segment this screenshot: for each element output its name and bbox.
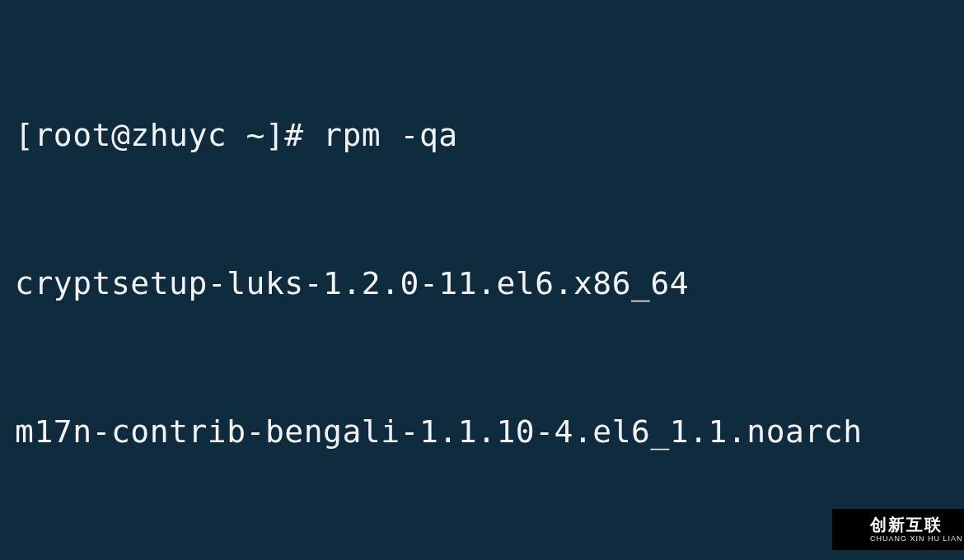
output-line: m17n-contrib-bengali-1.1.10-4.el6_1.1.no… [15,407,949,456]
watermark-title: 创新互联 [870,516,963,533]
output-line: yum-utils-1.1.30-41.el6.noarch [15,555,949,560]
shell-command: rpm -qa [323,117,458,153]
command-line: [root@zhuyc ~]# rpm -qa [15,110,949,160]
shell-prompt: [root@zhuyc ~]# [15,117,323,153]
watermark-logo-icon [840,518,863,541]
watermark-badge: 创新互联 CHUANG XIN HU LIAN [832,509,964,550]
output-line: cryptsetup-luks-1.2.0-11.el6.x86_64 [15,259,949,308]
terminal-window[interactable]: [root@zhuyc ~]# rpm -qa cryptsetup-luks-… [0,0,964,560]
watermark-subtitle: CHUANG XIN HU LIAN [870,535,963,543]
